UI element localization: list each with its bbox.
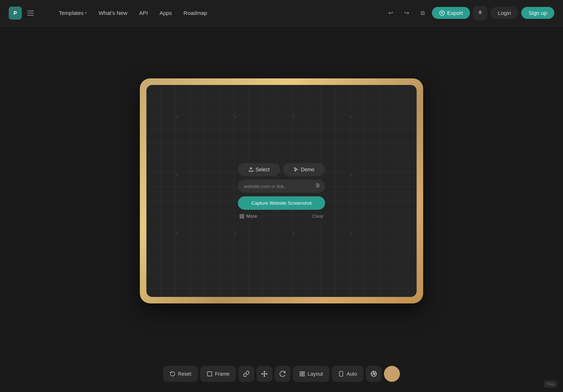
capture-button[interactable]: Capture Website Screenshot (238, 196, 325, 210)
url-settings-icon[interactable] (315, 183, 321, 190)
color-swatch-button[interactable] (384, 366, 400, 382)
hamburger-line (27, 11, 34, 11)
undo-button[interactable]: ↩ (384, 7, 397, 20)
svg-rect-16 (300, 372, 302, 373)
select-label: Select (256, 167, 270, 172)
bottom-toolbar: Reset Frame Layout Auto (0, 356, 563, 392)
grid-plus: + (292, 230, 295, 237)
nav-templates-label: Templates (59, 10, 84, 16)
nav-roadmap[interactable]: Roadmap (178, 8, 212, 18)
svg-rect-11 (240, 217, 242, 218)
nav-whats-new-label: What's New (98, 10, 127, 16)
svg-point-6 (317, 184, 318, 185)
nav-actions: ↩ ↪ ⧉ Export Login Sign up (384, 6, 554, 20)
nav-api[interactable]: API (134, 8, 153, 18)
nav-apps-label: Apps (159, 10, 172, 16)
device-icon (338, 371, 344, 377)
palette-button[interactable] (366, 366, 382, 382)
link-tool-button[interactable] (238, 366, 254, 382)
layout-button[interactable]: Layout (293, 366, 329, 382)
chevron-down-icon: ▾ (85, 11, 87, 15)
url-input-placeholder: website.com or link.. (244, 184, 312, 189)
card-action-buttons: Select Demo (238, 163, 325, 176)
grid-plus: + (350, 114, 353, 121)
layout-label: Layout (308, 371, 323, 377)
more-label: More (246, 213, 257, 219)
rotate-icon (279, 371, 286, 377)
nav-links: Templates ▾ What's New API Apps Roadmap (54, 8, 381, 18)
svg-rect-12 (242, 217, 244, 218)
select-button[interactable]: Select (238, 163, 280, 176)
settings-icon (477, 10, 483, 16)
signup-button[interactable]: Sign up (521, 7, 554, 19)
svg-point-7 (318, 185, 319, 186)
reset-button[interactable]: Reset (163, 366, 198, 382)
app-logo[interactable]: P (9, 7, 22, 20)
canvas-area: + + + + + + + + + + + Select (0, 26, 563, 356)
clear-label: Clear (312, 213, 324, 219)
grid-plus: + (175, 172, 179, 179)
demo-button[interactable]: Demo (283, 163, 325, 176)
svg-point-1 (479, 12, 481, 14)
reset-icon (170, 371, 175, 377)
bottom-badge: Pika (544, 380, 557, 388)
nav-api-label: API (139, 10, 148, 16)
grid-plus: + (234, 114, 237, 121)
nav-templates[interactable]: Templates ▾ (54, 8, 92, 18)
sliders-icon (315, 183, 321, 188)
auto-button[interactable]: Auto (332, 366, 364, 382)
export-icon (439, 10, 445, 16)
svg-point-8 (317, 187, 318, 188)
upload-icon (248, 167, 254, 172)
badge-text: Pika (547, 382, 554, 386)
export-label: Export (447, 10, 463, 16)
reset-label: Reset (178, 371, 191, 377)
svg-rect-10 (242, 214, 244, 216)
grid-plus: + (234, 230, 237, 237)
redo-button[interactable]: ↪ (400, 7, 413, 20)
svg-rect-18 (300, 374, 302, 376)
export-button[interactable]: Export (432, 7, 470, 19)
center-card: Select Demo website.com or link.. (238, 163, 325, 219)
link-icon (243, 371, 250, 377)
move-tool-button[interactable] (256, 366, 272, 382)
rotate-tool-button[interactable] (275, 366, 291, 382)
frame-label: Frame (215, 371, 230, 377)
svg-rect-9 (240, 214, 242, 216)
hamburger-line (27, 13, 34, 13)
logo-text: P (13, 10, 17, 16)
move-icon (261, 371, 268, 377)
golden-frame: + + + + + + + + + + + Select (140, 78, 423, 303)
demo-label: Demo (301, 167, 314, 172)
palette-icon (370, 371, 377, 377)
grid-icon (239, 214, 244, 219)
svg-rect-17 (303, 372, 304, 373)
nav-apps[interactable]: Apps (154, 8, 177, 18)
clear-button[interactable]: Clear (312, 213, 324, 219)
svg-rect-13 (207, 372, 212, 376)
card-bottom-row: More Clear (238, 213, 325, 219)
grid-plus: + (292, 114, 295, 121)
settings-button[interactable] (473, 6, 487, 20)
frame-icon (207, 371, 212, 377)
more-button[interactable]: More (239, 213, 257, 219)
cursor-icon (293, 167, 299, 172)
canvas-inner[interactable]: + + + + + + + + + + + Select (146, 85, 417, 297)
hamburger-line (27, 15, 34, 16)
grid-plus: + (350, 172, 353, 179)
svg-rect-19 (303, 374, 304, 376)
login-label: Login (498, 10, 511, 16)
signup-label: Sign up (528, 10, 547, 16)
login-button[interactable]: Login (490, 7, 518, 19)
grid-plus: + (175, 114, 179, 121)
duplicate-button[interactable]: ⧉ (416, 7, 429, 20)
frame-button[interactable]: Frame (200, 366, 236, 382)
navbar: P Templates ▾ What's New API Apps Roadma… (0, 0, 563, 26)
nav-whats-new[interactable]: What's New (93, 8, 133, 18)
svg-rect-20 (339, 371, 343, 376)
capture-label: Capture Website Screenshot (251, 200, 312, 206)
grid-plus: + (175, 230, 179, 237)
hamburger-menu[interactable] (25, 7, 36, 19)
auto-label: Auto (347, 371, 357, 377)
url-input-row: website.com or link.. (238, 180, 325, 193)
